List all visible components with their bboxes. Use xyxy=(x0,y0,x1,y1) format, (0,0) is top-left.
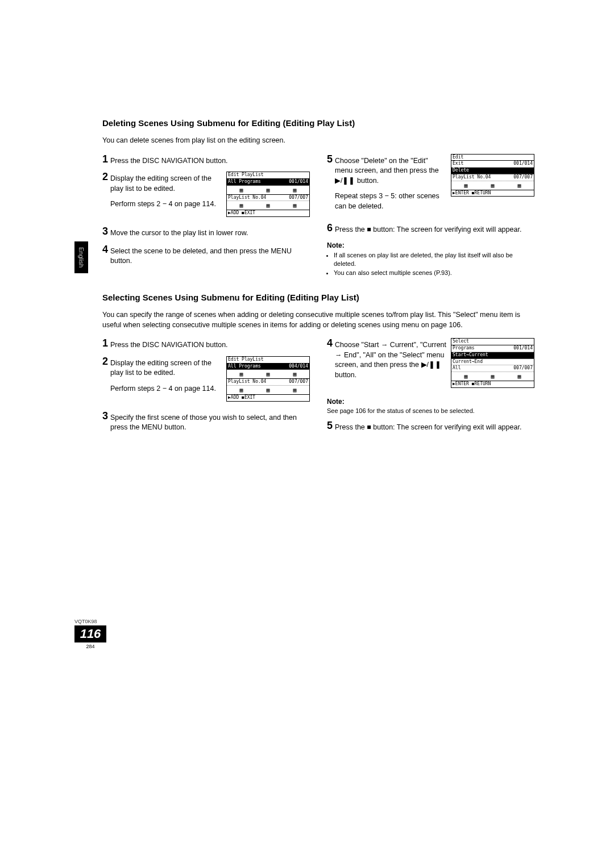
step-number: 2 xyxy=(102,172,108,182)
fig-title: Edit PlayList xyxy=(227,172,309,179)
stop-icon: ■ xyxy=(367,225,371,235)
select-menu-figure: Select Programs001/014 Start→Current Cur… xyxy=(451,338,534,388)
section1-title: Deleting Scenes Using Submenu for Editin… xyxy=(102,118,534,128)
page-number-main: 116 xyxy=(74,625,106,642)
fig-footer: ▶ENTER ◼RETURN xyxy=(451,190,534,197)
fig-thumb-row: ▦▦▦ xyxy=(227,201,309,210)
fig-row: PlayList No.04007/007 xyxy=(227,195,309,202)
step-text: Display the editing screen of the play l… xyxy=(110,172,223,194)
fig-row: Exit001/014 xyxy=(451,161,534,168)
step-text: Move the cursor to the play list in lowe… xyxy=(110,226,310,239)
doc-code: VQT0K98 xyxy=(74,619,109,624)
step-text: Press the ■ button: The screen for verif… xyxy=(335,420,534,433)
footer-block: VQT0K98 116 284 xyxy=(74,619,109,649)
note-item: You can also select multiple scenes (P.9… xyxy=(334,269,534,277)
step-number: 6 xyxy=(327,223,333,233)
section2-col-right: Select Programs001/014 Start→Current Cur… xyxy=(327,338,534,439)
fig-footer: ▶ENTER ◼RETURN xyxy=(451,381,534,387)
step-text: Choose "Start → Current", "Current → End… xyxy=(335,338,447,380)
edit-playlist-figure: Edit PlayList All Programs001/014 ▦▦▦ Pl… xyxy=(226,172,310,217)
stop-icon: ■ xyxy=(367,423,371,433)
note-list: If all scenes on play list are deleted, … xyxy=(327,251,534,277)
fig-row: All Programs004/014 xyxy=(227,364,309,370)
fig-row: PlayList No.04007/007 xyxy=(451,174,534,181)
section1-columns: 1 Press the DISC NAVIGATION button. Edit… xyxy=(102,154,534,278)
fig-title: Edit xyxy=(451,155,534,161)
step-number: 4 xyxy=(327,338,333,348)
fig-row: Current→End xyxy=(451,359,534,366)
step-number: 3 xyxy=(102,411,108,421)
page-number-sub: 284 xyxy=(74,644,106,649)
step-text: Specify the first scene of those you wis… xyxy=(110,411,310,433)
fig-footer: ▶ADD ◼EXIT xyxy=(227,395,309,401)
fig-row: Delete xyxy=(451,168,534,174)
step-text: Select the scene to be deleted, and then… xyxy=(110,244,310,266)
language-tab: English xyxy=(74,241,88,273)
play-pause-icon: ▶/❚❚ xyxy=(421,360,441,370)
step-number: 2 xyxy=(102,356,108,366)
manual-page: English Deleting Scenes Using Submenu fo… xyxy=(0,0,614,868)
fig-thumb-row: ▦▦▦ xyxy=(451,181,534,190)
fig-title: Select xyxy=(451,339,534,345)
fig-row: All007/007 xyxy=(451,365,534,372)
step-text: Press the DISC NAVIGATION button. xyxy=(110,338,310,350)
section2-intro: You can specify the range of scenes when… xyxy=(102,310,534,330)
play-pause-icon: ▶/❚❚ xyxy=(335,176,355,186)
fig-row: All Programs001/014 xyxy=(227,179,309,186)
step-number: 1 xyxy=(102,338,108,348)
note-text: See page 106 for the status of scenes to… xyxy=(327,407,534,415)
section2-col-left: 1 Press the DISC NAVIGATION button. Edit… xyxy=(102,338,310,439)
step-number: 3 xyxy=(102,226,108,236)
fig-thumb-row: ▦▦▦ xyxy=(227,186,309,195)
section2-columns: 1 Press the DISC NAVIGATION button. Edit… xyxy=(102,338,534,439)
fig-footer: ▶ADD ◼EXIT xyxy=(227,210,309,216)
section1-intro: You can delete scenes from play list on … xyxy=(102,136,534,146)
section1-col-right: Edit Exit001/014 Delete PlayList No.0400… xyxy=(327,154,534,278)
step-text: Choose "Delete" on the "Edit" menu scree… xyxy=(335,154,447,186)
fig-title: Edit PlayList xyxy=(227,357,309,364)
fig-row: PlayList No.04007/007 xyxy=(227,379,309,386)
edit-menu-figure: Edit Exit001/014 Delete PlayList No.0400… xyxy=(451,154,534,197)
section1-col-left: 1 Press the DISC NAVIGATION button. Edit… xyxy=(102,154,310,278)
fig-thumb-row: ▦▦▦ xyxy=(227,386,309,395)
fig-row: Programs001/014 xyxy=(451,345,534,352)
content-area: Deleting Scenes Using Submenu for Editin… xyxy=(102,118,534,439)
step-number: 4 xyxy=(102,244,108,254)
step-text: Press the DISC NAVIGATION button. xyxy=(110,154,310,166)
note-item: If all scenes on play list are deleted, … xyxy=(334,251,534,268)
step-number: 5 xyxy=(327,154,333,164)
note-heading: Note: xyxy=(327,397,534,407)
section2-title: Selecting Scenes Using Submenu for Editi… xyxy=(102,293,534,302)
step-text: Display the editing screen of the play l… xyxy=(110,356,223,378)
fig-row: Start→Current xyxy=(451,352,534,359)
edit-playlist-figure: Edit PlayList All Programs004/014 ▦▦▦ Pl… xyxy=(226,356,310,402)
step-text: Press the ■ button: The screen for verif… xyxy=(335,223,534,235)
note-heading: Note: xyxy=(327,241,534,251)
step-number: 5 xyxy=(327,420,333,431)
fig-thumb-row: ▦▦▦ xyxy=(451,372,534,381)
step-number: 1 xyxy=(102,154,108,164)
fig-thumb-row: ▦▦▦ xyxy=(227,370,309,379)
